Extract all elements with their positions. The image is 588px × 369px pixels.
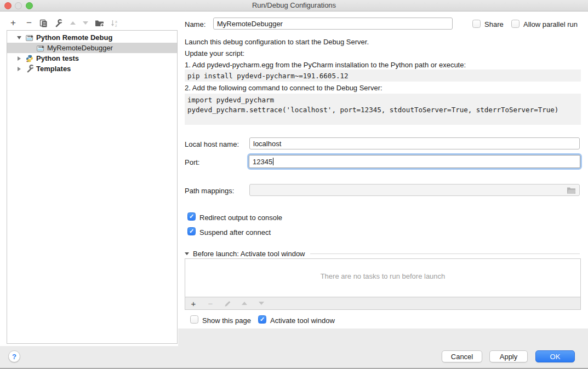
question-mark-icon: ?: [12, 353, 16, 361]
show-this-page-checkbox[interactable]: [190, 315, 198, 324]
name-label: Name:: [185, 20, 205, 29]
redirect-output-label: Redirect output to console: [199, 213, 282, 222]
move-up-button[interactable]: [67, 18, 78, 28]
edit-templates-button[interactable]: [53, 18, 64, 28]
allow-parallel-run-checkbox[interactable]: [511, 20, 520, 28]
allow-parallel-run-label: Allow parallel run: [523, 20, 578, 29]
tree-item-label: Templates: [36, 65, 71, 73]
code-line: pydevd_pycharm.settrace('localhost', por…: [187, 105, 578, 115]
step1-text: 1. Add pydevd-pycharm.egg from the PyCha…: [185, 60, 466, 70]
dialog-footer: ? Cancel Apply OK: [0, 346, 588, 369]
svg-text:a: a: [115, 20, 117, 24]
suspend-after-connect-checkbox[interactable]: ✓: [187, 227, 196, 235]
share-checkbox[interactable]: [472, 20, 481, 28]
collapse-expander-icon[interactable]: [16, 36, 22, 39]
apply-button[interactable]: Apply: [489, 350, 528, 362]
cancel-button[interactable]: Cancel: [442, 350, 482, 362]
pip-install-code-snippet: pip install pydevd-pycharm~=191.6605.12: [185, 70, 581, 82]
up-arrow-icon: [242, 302, 247, 305]
configurations-tree: Python Remote Debug MyRemoteDebugger: [7, 30, 178, 344]
suspend-after-connect-label: Suspend after connect: [199, 228, 271, 237]
move-task-down-button[interactable]: [258, 302, 265, 305]
move-down-button[interactable]: [80, 18, 91, 28]
intro-text: Launch this debug configuration to start…: [185, 37, 369, 47]
add-task-button[interactable]: +: [190, 299, 197, 308]
copy-icon: [39, 19, 48, 27]
before-launch-header[interactable]: Before launch: Activate tool window: [185, 249, 580, 258]
tree-item-label: MyRemoteDebugger: [47, 44, 113, 52]
redirect-output-checkbox[interactable]: ✓: [187, 212, 196, 221]
wrench-icon: [25, 65, 34, 73]
move-task-up-button[interactable]: [241, 302, 248, 305]
browse-folder-icon[interactable]: [567, 187, 576, 194]
sort-configurations-button[interactable]: a z: [109, 18, 120, 28]
activate-tool-window-checkbox[interactable]: ✓: [258, 315, 266, 324]
separator-line: [310, 253, 580, 254]
local-host-name-input[interactable]: [249, 137, 580, 149]
check-icon: ✓: [260, 316, 265, 322]
new-folder-icon: [95, 19, 105, 27]
collapse-triangle-icon[interactable]: [185, 252, 189, 255]
edit-task-button[interactable]: [224, 300, 231, 307]
copy-configuration-button[interactable]: [38, 18, 49, 28]
down-arrow-icon: [83, 21, 88, 25]
editor-bottom-filler: [178, 328, 588, 346]
show-this-page-label: Show this page: [202, 316, 251, 325]
text-cursor: [273, 158, 273, 165]
expand-expander-icon[interactable]: [16, 56, 22, 61]
port-input-focus-ring: 12345: [247, 153, 582, 170]
path-mappings-label: Path mappings:: [185, 186, 234, 195]
title-bar: Run/Debug Configurations: [0, 0, 588, 11]
local-host-name-label: Local host name:: [185, 140, 239, 149]
create-folder-button[interactable]: [94, 18, 105, 28]
down-arrow-icon: [259, 302, 264, 305]
check-icon: ✓: [189, 228, 194, 234]
tree-item-myremotedebugger[interactable]: MyRemoteDebugger: [7, 43, 177, 53]
sort-az-icon: a z: [110, 19, 119, 27]
tree-item-templates[interactable]: Templates: [7, 64, 177, 74]
port-label: Port:: [185, 158, 199, 167]
add-configuration-button[interactable]: +: [8, 18, 19, 28]
up-arrow-icon: [70, 21, 76, 25]
activate-tool-window-label: Activate tool window: [270, 316, 335, 325]
window-title: Run/Debug Configurations: [0, 0, 588, 11]
pencil-icon: [224, 300, 231, 307]
share-label: Share: [484, 20, 504, 29]
path-mappings-input[interactable]: [249, 184, 580, 196]
remote-debug-icon: [36, 44, 45, 52]
tree-item-python-tests[interactable]: Python tests: [7, 53, 177, 64]
update-script-text: Update your script:: [185, 49, 244, 58]
python-icon: [25, 55, 34, 62]
empty-task-message: There are no tasks to run before launch: [185, 272, 580, 280]
help-button[interactable]: ?: [8, 350, 20, 362]
port-input[interactable]: 12345: [249, 155, 580, 168]
remote-debug-icon: [25, 34, 34, 42]
check-icon: ✓: [189, 214, 194, 220]
before-launch-title: Before launch: Activate tool window: [193, 250, 305, 258]
tree-item-label: Python Remote Debug: [36, 33, 112, 42]
before-launch-task-list[interactable]: There are no tasks to run before launch: [185, 258, 581, 297]
tree-item-label: Python tests: [36, 54, 79, 62]
run-debug-configurations-dialog: Run/Debug Configurations + −: [0, 0, 588, 369]
task-list-toolbar: + −: [185, 297, 581, 310]
remove-configuration-button[interactable]: −: [24, 18, 35, 28]
ok-button[interactable]: OK: [535, 350, 575, 362]
expand-expander-icon[interactable]: [16, 67, 22, 71]
name-input[interactable]: [213, 18, 453, 30]
tree-item-python-remote-debug[interactable]: Python Remote Debug: [7, 32, 177, 43]
wrench-icon: [54, 19, 62, 27]
svg-text:z: z: [115, 24, 117, 27]
step2-text: 2. Add the following command to connect …: [185, 83, 383, 93]
code-line: import pydevd_pycharm: [187, 95, 578, 105]
settrace-code-snippet: import pydevd_pycharm pydevd_pycharm.set…: [185, 94, 581, 125]
remove-task-button[interactable]: −: [207, 299, 214, 308]
